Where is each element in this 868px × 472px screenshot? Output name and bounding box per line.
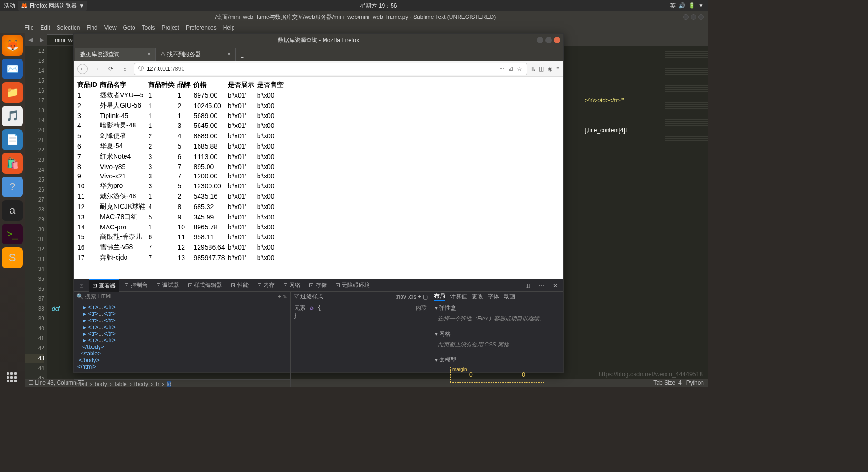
activities-button[interactable]: 活动 [4,2,15,10]
watermark: https://blog.csdn.net/weixin_44449518 [599,371,703,378]
max-btn[interactable] [691,14,696,20]
input-lang[interactable]: 英 [670,2,676,10]
browser-tab[interactable]: ⚠ 找不到服务器× [156,48,236,61]
table-row: 9Vivo-x21371200.00b'\x01'b'\x00' [77,171,286,181]
new-tab-button[interactable]: + [236,54,249,61]
menu-file[interactable]: File [25,25,33,31]
firefox-window: 数据库资源查询 - Mozilla Firefox 数据库资源查询×⚠ 找不到服… [73,33,564,373]
ff-close[interactable] [554,37,560,43]
menu-help[interactable]: Help [223,25,235,31]
menu-tools[interactable]: Tools [142,25,155,31]
table-row: 10华为pro3512300.00b'\x01'b'\x00' [77,181,286,191]
forward-button: → [92,64,102,74]
menu-goto[interactable]: Goto [123,25,135,31]
dock-writer[interactable]: 📄 [2,129,23,150]
gnome-topbar: 活动 🦊 Firefox 网络浏览器 ▼ 星期六 19：56 英 🔊 🔋 ▼ [0,0,708,11]
devtools-tab[interactable]: ⊡ 网络 [279,279,304,291]
table-row: 5剑锋使者248889.00b'\x01'b'\x00' [77,131,286,141]
menu-view[interactable]: View [104,25,117,31]
table-row: 15高跟鞋-香奈儿611958.11b'\x01'b'\x00' [77,232,286,242]
menu-find[interactable]: Find [86,25,97,31]
column-header: 价格 [193,80,227,90]
table-row: 11戴尔游侠-48125435.16b'\x01'b'\x00' [77,191,286,202]
reload-button[interactable]: ⟳ [106,64,116,74]
sidebar-icon[interactable]: ◫ [539,66,544,72]
ubuntu-dock: 🦊 ✉️ 📁 🎵 📄 🛍️ ? a >_ S [0,33,25,379]
column-header: 商品种类 [148,80,177,90]
dom-tree[interactable]: ▸ <tr>…</tr> ▸ <tr>…</tr> ▸ <tr>…</tr> ▸… [74,302,290,379]
volume-icon[interactable]: 🔊 [678,2,685,9]
table-row: 7红米Note4361113.00b'\x01'b'\x00' [77,152,286,162]
devtools-tab[interactable]: ⊡ 内存 [253,279,278,291]
dom-add[interactable]: + ✎ [278,294,287,300]
close-btn[interactable] [698,14,704,20]
menu-selection[interactable]: Selection [57,25,80,31]
tab-prev[interactable]: ◀ [25,36,36,43]
menu-icon[interactable]: ≡ [556,66,559,72]
column-header: 商品ID [77,80,100,90]
devtools-pick-icon[interactable]: ⊡ [75,280,88,291]
table-row: 16雪佛兰-v58712129586.64b'\x01'b'\x00' [77,242,286,253]
dock-software[interactable]: 🛍️ [2,153,23,174]
table-row: 2外星人GIU-561210245.00b'\x01'b'\x00' [77,101,286,111]
table-row: 3Tiplink-45115689.00b'\x01'b'\x00' [77,111,286,120]
products-table: 商品ID商品名字商品种类品牌价格是否展示是否售空 1拯救者VYU—5116975… [77,80,286,263]
home-button[interactable]: ⌂ [120,64,130,74]
dock-thunderbird[interactable]: ✉️ [2,59,23,79]
dock-firefox[interactable]: 🦊 [2,35,23,56]
firefox-toolbar: ← → ⟳ ⌂ ⓘ 127.0.0.1:7890 ⋯ ☑ ☆ ⫴\ ◫ ◉ ≡ [74,61,563,77]
table-row: 12耐克NICJK球鞋48685.32b'\x01'b'\x00' [77,202,286,212]
dock-amazon[interactable]: a [2,200,23,221]
min-btn[interactable] [683,14,689,20]
tab-close-icon[interactable]: × [147,51,150,58]
tab-next[interactable]: ▶ [36,36,47,43]
table-row: 4暗影精灵-48135645.00b'\x01'b'\x00' [77,120,286,131]
table-row: 13MAC-78口红59345.99b'\x01'b'\x00' [77,212,286,222]
ff-max[interactable] [545,37,552,43]
menu-project[interactable]: Project [162,25,179,31]
ff-min[interactable] [537,37,543,43]
table-row: 8Vivo-y8537895.00b'\x01'b'\x00' [77,162,286,171]
breadcrumb[interactable]: html › body › table › tbody › tr › td [74,379,290,387]
devtools-tab[interactable]: ⊡ 无障碍环境 [332,279,374,291]
firefox-tabstrip: 数据库资源查询×⚠ 找不到服务器×+ [74,47,563,61]
sublime-menu: FileEditSelectionFindViewGotoToolsProjec… [0,23,708,33]
system-menu-icon[interactable]: ▼ [698,2,704,9]
info-icon[interactable]: ⓘ [138,65,144,73]
devtools-tab[interactable]: ⊡ 性能 [227,279,252,291]
clock[interactable]: 星期六 19：56 [360,2,397,10]
menu-preferences[interactable]: Preferences [186,25,217,31]
battery-icon[interactable]: 🔋 [688,2,695,9]
line-gutter: 1213141516171819202122232425262728293031… [25,46,47,383]
column-header: 商品名字 [100,80,148,90]
url-bar[interactable]: ⓘ 127.0.0.1:7890 ⋯ ☑ ☆ [134,63,527,75]
column-header: 是否展示 [228,80,257,90]
table-row: 6华夏-54251685.88b'\x01'b'\x00' [77,141,286,152]
table-row: 14MAC-pro1108965.78b'\x01'b'\x00' [77,222,286,232]
devtools-tab[interactable]: ⊡ 查看器 [89,279,119,292]
firefox-content[interactable]: 商品ID商品名字商品种类品牌价格是否展示是否售空 1拯救者VYU—5116975… [74,77,563,279]
dock-sublime[interactable]: S [2,247,23,268]
dock-files[interactable]: 📁 [2,82,23,103]
show-apps[interactable] [7,372,17,382]
devtools: ⊡ ⊡ 查看器⊡ 控制台⊡ 调试器⊡ 样式编辑器⊡ 性能⊡ 内存⊡ 网络⊡ 存储… [74,279,563,372]
firefox-titlebar: 数据库资源查询 - Mozilla Firefox [74,34,563,47]
library-icon[interactable]: ⫴\ [531,66,535,72]
back-button[interactable]: ← [77,64,88,74]
dock-rhythmbox[interactable]: 🎵 [2,106,23,126]
account-icon[interactable]: ◉ [548,66,552,72]
dock-help[interactable]: ? [2,177,23,197]
devtools-tab[interactable]: ⊡ 样式编辑器 [184,279,226,291]
dock-terminal[interactable]: >_ [2,224,23,244]
devtools-tab[interactable]: ⊡ 存储 [305,279,330,291]
column-header: 是否售空 [257,80,286,90]
browser-tab[interactable]: 数据库资源查询× [75,48,156,61]
column-header: 品牌 [177,80,193,90]
tab-close-icon[interactable]: × [227,51,231,58]
table-row: 17奔驰-cjdo713985947.78b'\x01'b'\x00' [77,253,286,263]
devtools-tab[interactable]: ⊡ 控制台 [120,279,151,291]
menu-edit[interactable]: Edit [40,25,50,31]
minimap[interactable] [665,46,708,141]
appmenu[interactable]: 🦊 Firefox 网络浏览器 ▼ [18,1,87,11]
devtools-tab[interactable]: ⊡ 调试器 [152,279,183,291]
